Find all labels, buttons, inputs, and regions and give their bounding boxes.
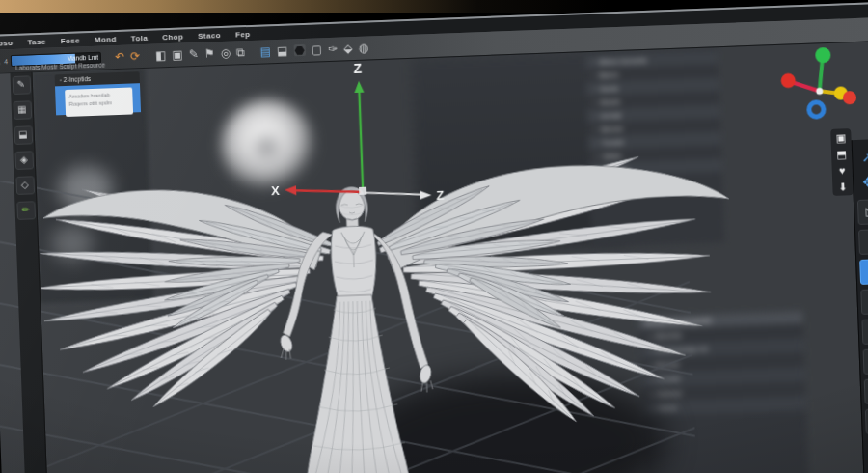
menu-item[interactable]: Fose (60, 36, 80, 45)
stack-icon-heart[interactable]: ♥ (839, 164, 846, 176)
view-axis-gizmo[interactable] (780, 46, 857, 118)
stack-icon-arrow-down[interactable]: ⬇ (838, 181, 848, 192)
tool-button-eye[interactable]: ◉ (864, 378, 868, 404)
float-icon-pointer[interactable]: ➚ (854, 149, 868, 165)
axis-z-up-arrow[interactable] (359, 91, 363, 188)
axis-z-right-label: Z (436, 188, 445, 203)
toolbar-icon-monitor[interactable]: ⬓ (277, 45, 288, 57)
gizmo-y-axis-ball[interactable] (815, 47, 831, 64)
monitor-photo: TosoTaseFoseMondTolaChopStacoFep Thwto-t… (0, 0, 868, 473)
menu-item[interactable]: Toso (0, 38, 14, 47)
toolbar-icon-sphere[interactable]: ◍ (358, 42, 368, 53)
stack-icon-monitor[interactable]: ⬒ (836, 148, 847, 159)
tool-button-snap[interactable]: ⁘ (858, 229, 868, 255)
axis-z-up-label: Z (353, 61, 363, 76)
tool-button-ramp[interactable]: ◺ (857, 199, 868, 225)
toolbar-icon-zoom[interactable]: ◎ (220, 47, 231, 59)
toolbar-icon-lock[interactable]: ◧ (155, 49, 167, 61)
toolbar-icon-tag[interactable]: ⚑ (204, 47, 215, 59)
toolbar-icons: ↶⟳◧▣✎⚑◎⧉▤⬓⬣▢✑⬙◍ (115, 42, 368, 63)
selected-item-card: Amodws brantlab Roqens ottit spdm (65, 87, 133, 117)
menu-item[interactable]: Chop (162, 32, 183, 42)
toolbar-icon-cube[interactable]: ⬙ (343, 42, 353, 54)
toolbar-icon-brush[interactable]: ✑ (328, 43, 338, 55)
progress-label: Mandb Lmt (67, 54, 98, 62)
right-toolbar-float: ➚✥ (853, 148, 868, 190)
float-icon-move[interactable]: ✥ (855, 174, 868, 190)
app-window: TosoTaseFoseMondTolaChopStacoFep Thwto-t… (0, 1, 868, 473)
left-tool-poly[interactable]: ◇ (15, 176, 35, 195)
tool-button-rings[interactable]: ⚭ (861, 319, 868, 345)
left-tool-monitor[interactable]: ⬓ (14, 125, 33, 145)
axis-z-right-arrow[interactable] (365, 191, 421, 197)
menu-item[interactable]: Tase (27, 37, 46, 46)
scene-tree-selected-row[interactable]: Amodws brantlab Roqens ottit spdm (55, 83, 141, 115)
toolbar-icon-copy[interactable]: ⧉ (236, 46, 245, 58)
left-tool-green-pen[interactable]: ✏ (16, 201, 36, 220)
left-tool-gem[interactable]: ◈ (14, 151, 34, 170)
menu-item[interactable]: Tola (131, 33, 149, 42)
toolbar-icon-person[interactable]: ⬣ (293, 44, 306, 56)
tool-button-hand[interactable]: ☟ (860, 289, 868, 315)
left-tool-grid[interactable]: ▦ (13, 100, 32, 120)
axis-x-label: X (271, 183, 281, 198)
toolbar-icon-redo[interactable]: ⟳ (130, 50, 140, 62)
menu-item[interactable]: Staco (198, 31, 221, 41)
toolbar-icon-folder[interactable]: ▤ (259, 45, 271, 57)
scene-tree-panel: ◦ 2-Incptids Amodws brantlab Roqens otti… (55, 71, 141, 115)
gizmo-x-axis-ball[interactable] (781, 73, 797, 89)
tool-button-chain[interactable]: ⁙ (863, 348, 868, 375)
toolbar-count: 4 (4, 58, 8, 65)
left-tool-pen[interactable]: ✎ (12, 75, 31, 95)
menu-item[interactable]: Mond (95, 35, 117, 44)
toolbar-icon-undo[interactable]: ↶ (115, 51, 124, 63)
stack-icon-square[interactable]: ▣ (836, 131, 847, 143)
card-line: Roqens ottit spdm (69, 98, 129, 108)
toolbar-icon-page[interactable]: ▢ (312, 43, 323, 55)
viewport-icon-stack: ▣⬒♥⬇ (830, 128, 854, 196)
toolbar-icon-frame[interactable]: ▣ (172, 49, 183, 61)
gizmo-neg-y-ring[interactable] (809, 102, 825, 118)
transform-gizmo[interactable]: Z X Z (266, 58, 444, 209)
menu-item[interactable]: Fep (235, 29, 251, 39)
pen-tool-icon[interactable]: ✎ (0, 55, 1, 68)
toolbar-icon-pen[interactable]: ✎ (189, 48, 199, 60)
gizmo-center-handle[interactable] (359, 187, 366, 195)
tool-button-brush[interactable]: ✐ (859, 259, 868, 285)
